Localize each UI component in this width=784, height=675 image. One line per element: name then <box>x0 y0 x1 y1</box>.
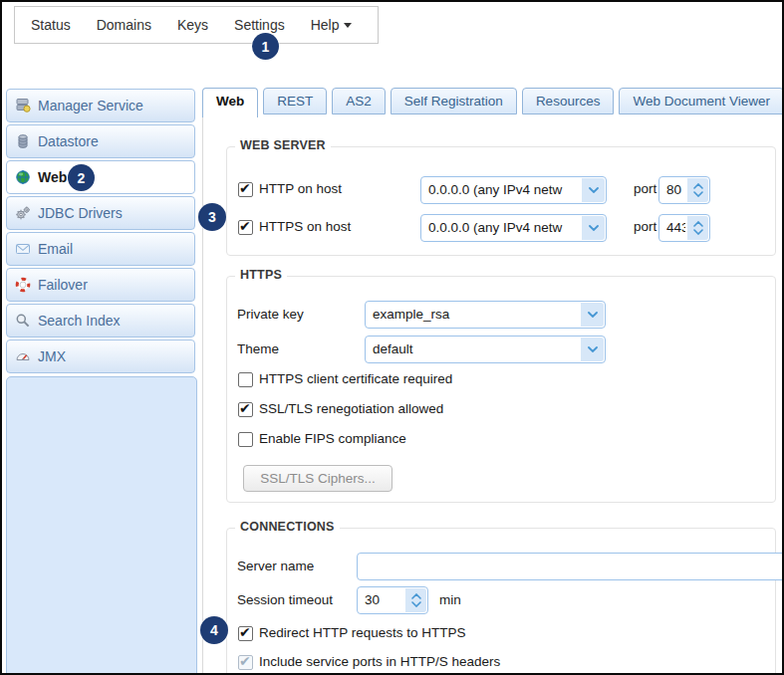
server-name-label: Server name <box>237 559 314 574</box>
https-on-host-checkbox[interactable] <box>238 220 253 235</box>
ssl-tls-ciphers-button[interactable]: SSL/TLS Ciphers... <box>243 465 392 492</box>
https-legend: HTTPS <box>235 268 287 282</box>
menu-item-status[interactable]: Status <box>31 17 71 33</box>
theme-select[interactable]: default <box>365 336 606 363</box>
http-port-label: port <box>634 181 656 197</box>
chevron-down-icon <box>588 346 598 352</box>
session-timeout-value[interactable]: 30 <box>365 587 403 613</box>
sidebar-item-label: Email <box>38 241 73 257</box>
server-name-input[interactable] <box>357 553 784 580</box>
tab-web-document-viewer[interactable]: Web Document Viewer <box>619 88 784 114</box>
sidebar-item-label: JMX <box>38 348 66 364</box>
private-key-label: Private key <box>237 307 304 323</box>
lifebuoy-icon <box>15 277 31 293</box>
http-on-host-label[interactable]: HTTP on host <box>259 181 342 197</box>
https-host-select[interactable]: 0.0.0.0 (any IPv4 netw <box>420 214 607 242</box>
sidebar-item-jmx[interactable]: JMX <box>6 339 195 373</box>
menu-item-keys[interactable]: Keys <box>177 17 208 33</box>
sidebar-item-email[interactable]: Email <box>6 232 195 266</box>
menu-item-help[interactable]: Help <box>311 17 353 33</box>
ssl-renegotiation-label[interactable]: SSL/TLS renegotiation allowed <box>259 401 443 417</box>
tab-bar: Web REST AS2 Self Registration Resources… <box>202 88 784 117</box>
http-port-spinner[interactable]: 80 <box>658 176 710 204</box>
https-port-spinner[interactable]: 443 <box>658 214 710 242</box>
private-key-select[interactable]: example_rsa <box>365 301 606 329</box>
redirect-http-checkbox[interactable] <box>238 626 253 641</box>
https-on-host-label[interactable]: HTTPS on host <box>259 219 351 235</box>
https-port-label: port <box>634 219 656 235</box>
tab-as2[interactable]: AS2 <box>332 88 386 114</box>
sidebar-panel <box>6 376 197 675</box>
http-on-host-checkbox[interactable] <box>238 182 253 197</box>
sidebar-item-datastore[interactable]: Datastore <box>6 124 195 158</box>
settings-web-screen: Status Domains Keys Settings Help 1 2 3 … <box>0 0 784 675</box>
http-port-value[interactable]: 80 <box>666 177 685 203</box>
http-host-value: 0.0.0.0 (any IPv4 netw <box>428 177 580 203</box>
connections-legend: CONNECTIONS <box>235 520 340 534</box>
spinner-up-icon[interactable] <box>693 183 703 189</box>
annotation-badge-2: 2 <box>68 164 95 191</box>
private-key-value: example_rsa <box>373 302 579 328</box>
fips-compliance-checkbox[interactable] <box>238 432 253 447</box>
sidebar-item-label: Manager Service <box>38 98 143 113</box>
help-label: Help <box>311 17 340 33</box>
ssl-renegotiation-checkbox[interactable] <box>238 402 253 417</box>
server-icon <box>15 98 31 113</box>
https-host-value: 0.0.0.0 (any IPv4 netw <box>428 215 580 241</box>
include-service-ports-checkbox <box>238 655 253 670</box>
https-section: HTTPS Private key example_rsa Theme defa… <box>226 276 776 503</box>
spinner-up-icon[interactable] <box>411 593 421 599</box>
top-menu-bar: Status Domains Keys Settings Help <box>14 6 379 44</box>
sidebar-item-label: Failover <box>38 277 88 293</box>
tab-self-registration[interactable]: Self Registration <box>391 88 517 114</box>
tab-resources[interactable]: Resources <box>522 88 615 114</box>
spinner-down-icon[interactable] <box>411 601 421 607</box>
sidebar-nav: Manager Service Datastore Web JDBC Drive… <box>6 89 197 375</box>
web-server-legend: WEB SERVER <box>235 138 331 152</box>
https-port-value[interactable]: 443 <box>666 215 685 241</box>
theme-label: Theme <box>237 341 279 357</box>
sidebar-item-search-index[interactable]: Search Index <box>6 304 195 338</box>
http-host-select[interactable]: 0.0.0.0 (any IPv4 netw <box>420 176 607 204</box>
spinner-up-icon[interactable] <box>693 221 703 227</box>
annotation-badge-4: 4 <box>200 616 228 644</box>
search-icon <box>15 313 31 329</box>
menu-item-settings[interactable]: Settings <box>234 17 285 33</box>
sidebar-item-label: Web <box>38 169 67 185</box>
annotation-badge-3: 3 <box>198 203 226 231</box>
menu-item-domains[interactable]: Domains <box>97 17 151 33</box>
tab-rest[interactable]: REST <box>263 88 327 114</box>
gears-icon <box>15 205 31 221</box>
chevron-down-icon <box>589 187 599 193</box>
client-cert-required-checkbox[interactable] <box>238 372 253 387</box>
globe-icon <box>15 169 31 185</box>
session-timeout-spinner[interactable]: 30 <box>357 586 428 614</box>
client-cert-required-label[interactable]: HTTPS client certificate required <box>259 371 452 387</box>
sidebar-item-failover[interactable]: Failover <box>6 268 195 302</box>
envelope-icon <box>15 241 31 257</box>
sidebar-item-manager-service[interactable]: Manager Service <box>6 89 195 122</box>
sidebar-item-label: Search Index <box>38 313 121 329</box>
spinner-down-icon[interactable] <box>693 191 703 197</box>
sidebar-item-web[interactable]: Web <box>6 160 195 194</box>
chevron-down-icon <box>588 312 598 318</box>
tab-web[interactable]: Web <box>202 88 258 117</box>
session-timeout-label: Session timeout <box>237 592 333 608</box>
annotation-badge-1: 1 <box>252 33 279 60</box>
sidebar-item-label: JDBC Drivers <box>38 205 123 221</box>
fips-compliance-label[interactable]: Enable FIPS compliance <box>259 431 406 447</box>
connections-section: CONNECTIONS Server name Session timeout … <box>226 528 776 675</box>
include-service-ports-label: Include service ports in HTTP/S headers <box>259 654 500 670</box>
sidebar-item-jdbc-drivers[interactable]: JDBC Drivers <box>6 196 195 230</box>
gauge-icon <box>15 348 31 364</box>
caret-down-icon <box>344 23 352 28</box>
theme-value: default <box>373 337 579 362</box>
content-divider <box>202 116 203 673</box>
session-timeout-unit: min <box>439 592 461 608</box>
sidebar-item-label: Datastore <box>38 133 99 149</box>
chevron-down-icon <box>589 225 599 231</box>
database-icon <box>15 133 31 149</box>
redirect-http-label[interactable]: Redirect HTTP requests to HTTPS <box>259 625 466 641</box>
web-server-section: WEB SERVER HTTP on host 0.0.0.0 (any IPv… <box>226 146 776 256</box>
spinner-down-icon[interactable] <box>693 229 703 235</box>
